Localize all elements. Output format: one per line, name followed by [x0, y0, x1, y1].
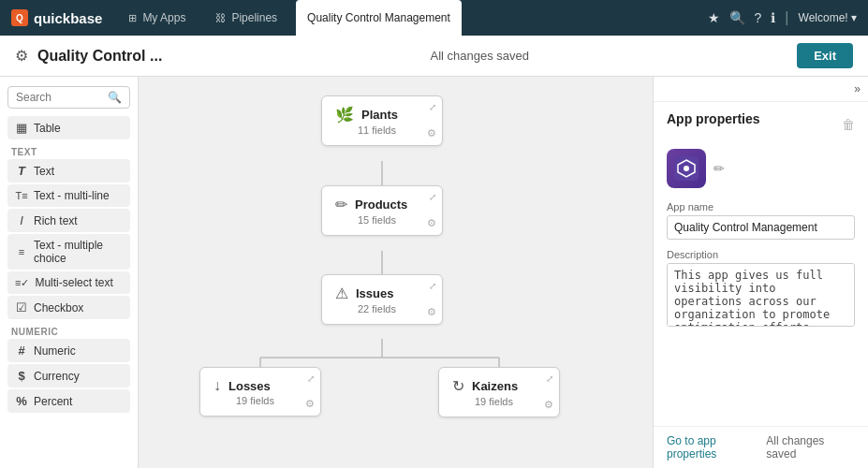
node-subtitle: 19 fields — [213, 395, 307, 406]
sidebar-item-multiselect[interactable]: ≡✓ Multi-select text — [7, 271, 130, 294]
app-name-input[interactable] — [667, 215, 855, 240]
app-logo-svg — [674, 156, 699, 181]
welcome-menu[interactable]: Welcome! ▾ — [799, 11, 857, 24]
edit-icon[interactable]: ✏ — [714, 161, 725, 176]
canvas-area: ⤢ 🌿 Plants 11 fields ⚙ ⤢ ✏ Products 15 f… — [139, 77, 653, 468]
node-kaizens[interactable]: ⤢ ↻ Kaizens 19 fields ⚙ — [438, 367, 560, 417]
node-title: Issues — [356, 286, 393, 300]
delete-icon[interactable]: 🗑 — [842, 117, 855, 132]
text-choice-icon: ≡ — [15, 246, 28, 257]
main-layout: 🔍 ▦ Table TEXT T Text T≡ Text - multi-li… — [0, 77, 868, 468]
info-icon[interactable]: ℹ — [771, 10, 775, 25]
search-icon: 🔍 — [108, 91, 122, 104]
expand-icon[interactable]: ⤢ — [429, 281, 436, 291]
expand-icon[interactable]: ⤢ — [429, 102, 436, 112]
sidebar-item-checkbox[interactable]: ☑ Checkbox — [7, 296, 130, 319]
footer-saved-status: All changes saved — [766, 434, 855, 461]
node-plants[interactable]: ⤢ 🌿 Plants 11 fields ⚙ — [321, 95, 443, 146]
exit-button[interactable]: Exit — [797, 43, 853, 68]
currency-icon: $ — [15, 369, 28, 383]
app-icon-row: ✏ — [667, 149, 855, 188]
plants-icon: 🌿 — [335, 106, 354, 124]
nav-tab-qcm[interactable]: Quality Control Management — [296, 0, 462, 36]
tab-active-label: Quality Control Management — [307, 11, 450, 24]
section-label-numeric: NUMERIC — [7, 321, 130, 339]
rich-text-icon: I — [15, 213, 28, 227]
sidebar-item-text[interactable]: T Text — [7, 159, 130, 183]
page-title: Quality Control ... — [37, 48, 162, 65]
multiselect-icon: ≡✓ — [15, 277, 29, 289]
node-settings-icon[interactable]: ⚙ — [305, 398, 315, 410]
app-icon — [667, 149, 706, 188]
expand-icon[interactable]: ⤢ — [546, 373, 553, 384]
node-settings-icon[interactable]: ⚙ — [427, 217, 436, 229]
logo-icon: Q — [11, 9, 28, 26]
nav-tab-myapps[interactable]: ⊞ My Apps — [117, 0, 197, 36]
kaizens-icon: ↻ — [452, 377, 464, 395]
panel-body: App properties 🗑 ✏ App name Description … — [654, 102, 868, 426]
go-to-app-properties-link[interactable]: Go to app properties — [667, 434, 766, 461]
logo-text: quickbase — [34, 10, 102, 26]
sidebar-item-text-choice[interactable]: ≡ Text - multiple choice — [7, 234, 130, 270]
help-icon[interactable]: ? — [755, 10, 762, 25]
nav-separator: | — [785, 9, 788, 26]
settings-icon[interactable]: ⚙ — [15, 47, 28, 65]
node-settings-icon[interactable]: ⚙ — [427, 127, 436, 139]
panel-collapse-button[interactable]: » — [654, 77, 868, 102]
node-title: Plants — [361, 108, 398, 122]
numeric-icon: # — [15, 344, 28, 358]
node-header: 🌿 Plants — [335, 106, 429, 124]
sidebar-item-rich-text[interactable]: I Rich text — [7, 209, 130, 232]
section-label-text: TEXT — [7, 141, 130, 159]
node-products[interactable]: ⤢ ✏ Products 15 fields ⚙ — [321, 185, 443, 236]
node-issues[interactable]: ⤢ ⚠ Issues 22 fields ⚙ — [321, 274, 443, 325]
sidebar-item-table[interactable]: ▦ Table — [7, 116, 130, 139]
node-header: ↻ Kaizens — [452, 377, 546, 395]
header-bar: ⚙ Quality Control ... All changes saved … — [0, 36, 868, 77]
products-icon: ✏ — [335, 196, 347, 213]
table-icon: ▦ — [15, 121, 28, 135]
save-status: All changes saved — [171, 49, 787, 63]
expand-icon[interactable]: ⤢ — [429, 192, 436, 202]
losses-icon: ↓ — [213, 377, 221, 394]
top-navigation: Q quickbase ⊞ My Apps ⛓ Pipelines Qualit… — [0, 0, 868, 36]
sidebar: 🔍 ▦ Table TEXT T Text T≡ Text - multi-li… — [0, 77, 139, 468]
sidebar-item-currency[interactable]: $ Currency — [7, 364, 130, 388]
node-header: ⚠ Issues — [335, 285, 429, 302]
node-settings-icon[interactable]: ⚙ — [427, 306, 436, 318]
right-panel: » App properties 🗑 ✏ App name Descripti — [653, 77, 868, 468]
node-subtitle: 22 fields — [335, 303, 429, 314]
star-icon[interactable]: ★ — [708, 10, 720, 25]
node-title: Kaizens — [472, 379, 518, 393]
text-multiline-icon: T≡ — [15, 190, 28, 201]
sidebar-item-text-multiline[interactable]: T≡ Text - multi-line — [7, 184, 130, 207]
search-input[interactable] — [16, 91, 108, 104]
node-settings-icon[interactable]: ⚙ — [544, 399, 553, 411]
svg-point-9 — [684, 166, 689, 171]
text-icon: T — [15, 164, 28, 178]
node-subtitle: 19 fields — [452, 396, 546, 407]
percent-icon: % — [15, 394, 28, 408]
sidebar-item-percent[interactable]: % Percent — [7, 389, 130, 413]
expand-icon[interactable]: ⤢ — [307, 373, 315, 384]
node-losses[interactable]: ⤢ ↓ Losses 19 fields ⚙ — [199, 367, 321, 417]
node-subtitle: 15 fields — [335, 214, 429, 226]
panel-footer: Go to app properties All changes saved — [654, 426, 868, 468]
pipeline-icon: ⛓ — [215, 12, 226, 23]
app-name-label: App name — [667, 201, 855, 212]
nav-icon-group: ★ 🔍 ? ℹ | Welcome! ▾ — [708, 9, 857, 26]
grid-icon: ⊞ — [128, 12, 137, 24]
app-logo[interactable]: Q quickbase — [11, 9, 102, 26]
issues-icon: ⚠ — [335, 285, 348, 302]
sidebar-item-numeric[interactable]: # Numeric — [7, 339, 130, 362]
search-icon[interactable]: 🔍 — [729, 10, 745, 25]
description-textarea[interactable]: This app gives us full visibility into o… — [667, 263, 855, 327]
node-header: ✏ Products — [335, 196, 429, 213]
description-label: Description — [667, 249, 855, 260]
checkbox-icon: ☑ — [15, 300, 28, 314]
search-box[interactable]: 🔍 — [7, 86, 130, 109]
node-title: Losses — [228, 379, 271, 393]
node-header: ↓ Losses — [213, 377, 307, 394]
node-title: Products — [355, 197, 407, 212]
nav-tab-pipelines[interactable]: ⛓ Pipelines — [204, 0, 288, 36]
